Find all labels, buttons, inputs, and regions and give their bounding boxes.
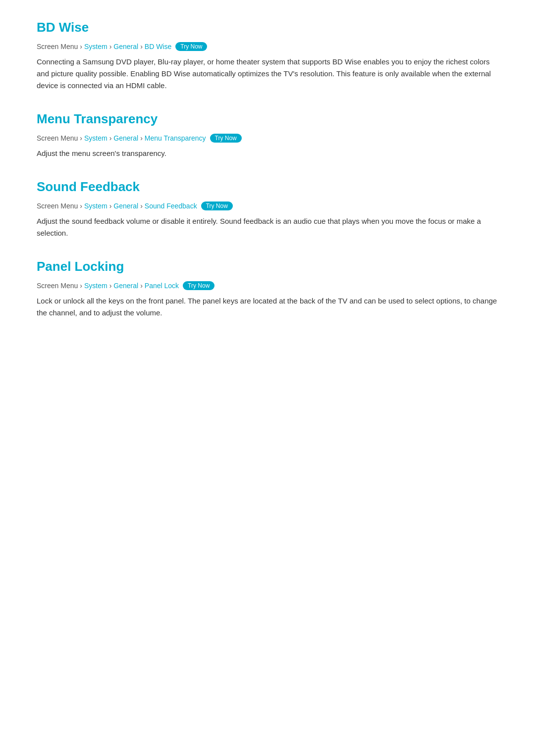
breadcrumb-general-bd-wise[interactable]: General xyxy=(113,43,138,50)
separator: › xyxy=(140,202,143,210)
breadcrumb-feature-sound-feedback[interactable]: Sound Feedback xyxy=(145,202,197,210)
description-bd-wise: Connecting a Samsung DVD player, Blu-ray… xyxy=(37,56,498,92)
separator: › xyxy=(80,202,82,210)
breadcrumb-menu-transparency: Screen Menu › System › General › Menu Tr… xyxy=(37,134,498,143)
try-now-button-sound-feedback[interactable]: Try Now xyxy=(201,202,233,210)
separator: › xyxy=(140,43,143,50)
section-bd-wise: BD Wise Screen Menu › System › General ›… xyxy=(37,20,498,92)
breadcrumb-feature-bd-wise[interactable]: BD Wise xyxy=(145,43,171,50)
breadcrumb-system-panel-locking[interactable]: System xyxy=(84,282,107,290)
section-title-panel-locking: Panel Locking xyxy=(37,259,498,274)
breadcrumb-general-panel-locking[interactable]: General xyxy=(113,282,138,290)
separator: › xyxy=(80,43,82,50)
separator: › xyxy=(80,282,82,290)
section-menu-transparency: Menu Transparency Screen Menu › System ›… xyxy=(37,111,498,159)
section-sound-feedback: Sound Feedback Screen Menu › System › Ge… xyxy=(37,179,498,239)
separator: › xyxy=(140,134,143,142)
breadcrumb-static-sound-feedback: Screen Menu xyxy=(37,202,78,210)
separator: › xyxy=(80,134,82,142)
breadcrumb-panel-locking: Screen Menu › System › General › Panel L… xyxy=(37,281,498,290)
breadcrumb-sound-feedback: Screen Menu › System › General › Sound F… xyxy=(37,202,498,210)
breadcrumb-bd-wise: Screen Menu › System › General › BD Wise… xyxy=(37,42,498,51)
separator: › xyxy=(140,282,143,290)
try-now-button-menu-transparency[interactable]: Try Now xyxy=(210,134,242,143)
section-title-menu-transparency: Menu Transparency xyxy=(37,111,498,127)
description-sound-feedback: Adjust the sound feedback volume or disa… xyxy=(37,215,498,239)
page-content: BD Wise Screen Menu › System › General ›… xyxy=(37,20,498,319)
section-title-sound-feedback: Sound Feedback xyxy=(37,179,498,195)
breadcrumb-static-bd-wise: Screen Menu xyxy=(37,43,78,50)
breadcrumb-system-sound-feedback[interactable]: System xyxy=(84,202,107,210)
separator: › xyxy=(109,43,112,50)
separator: › xyxy=(109,282,112,290)
separator: › xyxy=(109,202,112,210)
breadcrumb-feature-menu-transparency[interactable]: Menu Transparency xyxy=(145,134,206,142)
breadcrumb-feature-panel-locking[interactable]: Panel Lock xyxy=(145,282,179,290)
separator: › xyxy=(109,134,112,142)
breadcrumb-static-menu-transparency: Screen Menu xyxy=(37,134,78,142)
breadcrumb-static-panel-locking: Screen Menu xyxy=(37,282,78,290)
description-menu-transparency: Adjust the menu screen's transparency. xyxy=(37,148,498,159)
breadcrumb-system-bd-wise[interactable]: System xyxy=(84,43,107,50)
breadcrumb-general-sound-feedback[interactable]: General xyxy=(113,202,138,210)
try-now-button-panel-locking[interactable]: Try Now xyxy=(183,281,214,290)
section-panel-locking: Panel Locking Screen Menu › System › Gen… xyxy=(37,259,498,319)
description-panel-locking: Lock or unlock all the keys on the front… xyxy=(37,295,498,319)
section-title-bd-wise: BD Wise xyxy=(37,20,498,35)
breadcrumb-system-menu-transparency[interactable]: System xyxy=(84,134,107,142)
breadcrumb-general-menu-transparency[interactable]: General xyxy=(113,134,138,142)
try-now-button-bd-wise[interactable]: Try Now xyxy=(175,42,207,51)
